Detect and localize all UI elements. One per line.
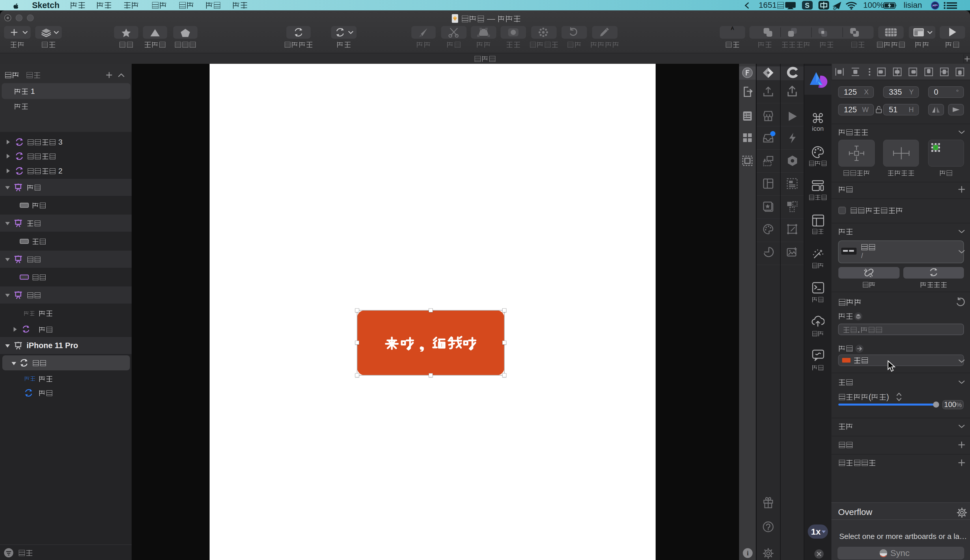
svg-text:G: G (833, 7, 836, 10)
svg-text:S: S (805, 2, 810, 9)
svg-text:i: i (747, 549, 749, 557)
